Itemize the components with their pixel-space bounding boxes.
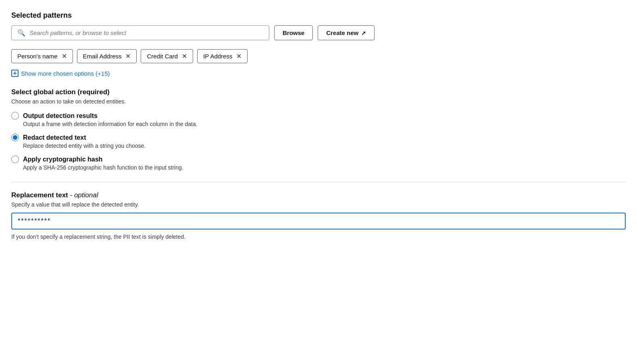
radio-output-detection: Output detection results Output a frame …: [11, 112, 626, 127]
create-new-label: Create new: [326, 29, 358, 36]
tag-label: IP Address: [203, 53, 232, 60]
create-new-button[interactable]: Create new ➚: [318, 25, 375, 40]
tag-label: Person's name: [17, 53, 58, 60]
replacement-text-hint: If you don't specify a replacement strin…: [11, 234, 626, 240]
replacement-text-input[interactable]: [18, 217, 619, 225]
tags-row: Person's name ✕ Email Address ✕ Credit C…: [11, 49, 626, 63]
replacement-text-title: Replacement text - optional: [11, 191, 626, 199]
show-more-label: Show more chosen options (+15): [21, 70, 110, 77]
radio-redact-detected-label[interactable]: Redact detected text: [23, 134, 86, 141]
tag-close-persons-name[interactable]: ✕: [62, 53, 67, 60]
replacement-text-subtitle: Specify a value that will replace the de…: [11, 201, 626, 208]
tag-label: Email Address: [83, 53, 122, 60]
replacement-title-main: Replacement text: [11, 191, 68, 199]
tag-label: Credit Card: [147, 53, 178, 60]
show-more-link[interactable]: + Show more chosen options (+15): [11, 70, 626, 77]
search-row: 🔍 Browse Create new ➚: [11, 25, 626, 40]
radio-group: Output detection results Output a frame …: [11, 112, 626, 171]
radio-output-detection-label[interactable]: Output detection results: [23, 112, 98, 120]
section-title: Selected patterns: [11, 11, 626, 20]
tag-close-ip-address[interactable]: ✕: [236, 53, 241, 60]
search-icon: 🔍: [17, 29, 25, 37]
radio-output-detection-input[interactable]: [11, 112, 19, 120]
search-input[interactable]: [29, 29, 263, 36]
replacement-text-section: Replacement text - optional Specify a va…: [11, 182, 626, 240]
replacement-input-wrap[interactable]: [11, 213, 626, 230]
tag-email-address: Email Address ✕: [77, 49, 137, 63]
radio-apply-crypto-hash-desc: Apply a SHA-256 cryptographic hash funct…: [23, 164, 626, 171]
radio-output-detection-desc: Output a frame with detection informatio…: [23, 121, 626, 127]
global-action-title: Select global action (required): [11, 88, 626, 96]
global-action-section: Select global action (required) Choose a…: [11, 88, 626, 171]
radio-redact-detected-desc: Replace detected entity with a string yo…: [23, 143, 626, 149]
radio-apply-crypto-hash-input[interactable]: [11, 155, 19, 163]
tag-persons-name: Person's name ✕: [11, 49, 73, 63]
tag-close-credit-card[interactable]: ✕: [182, 53, 187, 60]
global-action-subtitle: Choose an action to take on detected ent…: [11, 98, 626, 105]
radio-apply-crypto-hash-label[interactable]: Apply cryptographic hash: [23, 156, 102, 163]
tag-ip-address: IP Address ✕: [197, 49, 248, 63]
replacement-title-optional: - optional: [68, 191, 98, 199]
radio-redact-detected: Redact detected text Replace detected en…: [11, 134, 626, 149]
radio-redact-detected-input[interactable]: [11, 134, 19, 141]
browse-button[interactable]: Browse: [274, 25, 313, 40]
search-box[interactable]: 🔍: [11, 25, 269, 40]
radio-apply-crypto-hash: Apply cryptographic hash Apply a SHA-256…: [11, 155, 626, 171]
expand-icon: +: [11, 70, 19, 77]
tag-close-email-address[interactable]: ✕: [125, 53, 131, 60]
tag-credit-card: Credit Card ✕: [141, 49, 193, 63]
external-link-icon: ➚: [361, 30, 366, 36]
